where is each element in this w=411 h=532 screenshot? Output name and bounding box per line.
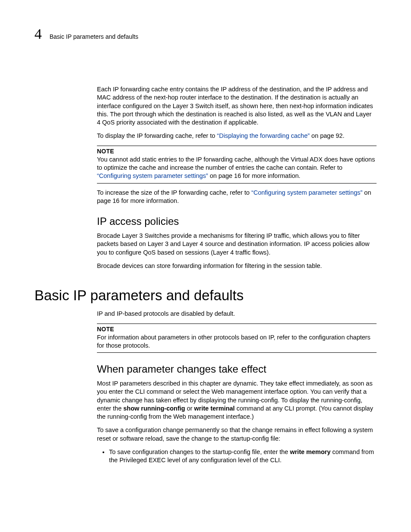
paragraph-display-cache-ref: To display the IP forwarding cache, refe…	[97, 132, 377, 140]
cmd-show-running-config: show running-config	[123, 405, 185, 412]
note-other-protocols: NOTE For information about parameters in…	[97, 324, 377, 353]
note-text: For information about parameters in othe…	[97, 333, 377, 350]
paragraph-forwarding-cache-desc: Each IP forwarding cache entry contains …	[97, 85, 377, 127]
text: To increase the size of the IP forwardin…	[97, 189, 251, 196]
paragraph-save-permanently: To save a configuration change permanent…	[97, 426, 377, 443]
note-label: NOTE	[97, 326, 377, 333]
note-label: NOTE	[97, 148, 377, 155]
text: on page 16 for more information.	[208, 172, 300, 179]
paragraph-increase-cache-ref: To increase the size of the IP forwardin…	[97, 189, 377, 205]
note-text: You cannot add static entries to the IP …	[97, 156, 377, 180]
paragraph-ip-access-2: Brocade devices can store forwarding inf…	[97, 262, 377, 270]
running-title: Basic IP parameters and defaults	[50, 33, 138, 40]
paragraph-dynamic-params: Most IP parameters described in this cha…	[97, 380, 377, 421]
text: or	[185, 405, 194, 412]
text: To display the IP forwarding cache, refe…	[97, 132, 217, 139]
bullet-list: To save configuration changes to the sta…	[97, 448, 377, 465]
note-static-entries: NOTE You cannot add static entries to th…	[97, 146, 377, 184]
cmd-write-terminal: write terminal	[194, 405, 235, 412]
text: on page 92.	[310, 132, 345, 139]
list-item: To save configuration changes to the sta…	[109, 448, 377, 465]
link-config-system-params-1[interactable]: “Configuring system parameter settings”	[97, 172, 208, 179]
body-column-2: IP and IP-based protocols are disabled b…	[97, 310, 377, 464]
text: To save configuration changes to the sta…	[109, 448, 290, 455]
heading-when-params-take-effect: When parameter changes take effect	[97, 363, 377, 375]
running-header: 4 Basic IP parameters and defaults	[34, 26, 377, 42]
page: 4 Basic IP parameters and defaults Each …	[0, 0, 411, 532]
link-displaying-forwarding-cache[interactable]: “Displaying the forwarding cache”	[217, 132, 310, 139]
text: You cannot add static entries to the IP …	[97, 156, 375, 171]
chapter-heading-wrap: Basic IP parameters and defaults	[34, 287, 377, 304]
heading-basic-ip-params: Basic IP parameters and defaults	[34, 287, 377, 304]
link-config-system-params-2[interactable]: “Configuring system parameter settings”	[251, 189, 362, 196]
paragraph-ip-access-1: Brocade Layer 3 Switches provide a mecha…	[97, 232, 377, 257]
body-column: Each IP forwarding cache entry contains …	[97, 85, 377, 270]
cmd-write-memory: write memory	[290, 448, 330, 455]
chapter-number: 4	[34, 26, 42, 42]
heading-ip-access-policies: IP access policies	[97, 215, 377, 227]
paragraph-disabled-default: IP and IP-based protocols are disabled b…	[97, 310, 377, 318]
